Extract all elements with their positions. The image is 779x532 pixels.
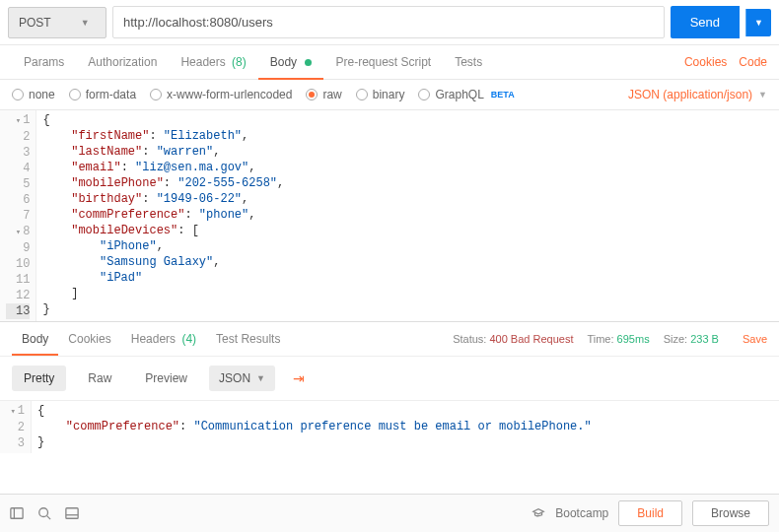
resp-tab-body[interactable]: Body bbox=[12, 322, 58, 356]
resp-tab-cookies[interactable]: Cookies bbox=[58, 322, 120, 356]
http-method-select[interactable]: POST ▼ bbox=[8, 7, 106, 38]
body-type-raw[interactable]: raw bbox=[306, 88, 341, 101]
send-dropdown-button[interactable]: ▼ bbox=[745, 9, 771, 36]
search-icon[interactable] bbox=[37, 506, 51, 520]
resp-tab-test-results[interactable]: Test Results bbox=[206, 322, 290, 356]
wrap-lines-icon[interactable]: ⇥ bbox=[285, 365, 313, 392]
view-preview[interactable]: Preview bbox=[133, 366, 199, 391]
time-value: 695ms bbox=[617, 333, 650, 345]
footer-bar: Bootcamp Build Browse bbox=[0, 494, 779, 532]
size-value: 233 B bbox=[690, 333, 719, 345]
chevron-down-icon: ▼ bbox=[256, 373, 265, 383]
line-gutter: ▾1234567▾8910111213 bbox=[0, 110, 36, 321]
response-format-select[interactable]: JSON ▼ bbox=[209, 366, 275, 391]
request-tabs: Params Authorization Headers (8) Body Pr… bbox=[0, 45, 779, 80]
body-type-form-data[interactable]: form-data bbox=[69, 88, 136, 101]
svg-rect-0 bbox=[11, 508, 23, 519]
code-link[interactable]: Code bbox=[739, 55, 767, 69]
code-content: { "commPreference": "Communication prefe… bbox=[32, 401, 598, 453]
svg-rect-4 bbox=[66, 508, 78, 519]
chevron-down-icon: ▼ bbox=[81, 18, 90, 28]
panel-left-icon[interactable] bbox=[10, 506, 24, 520]
bootcamp-label[interactable]: Bootcamp bbox=[555, 506, 608, 520]
chevron-down-icon: ▼ bbox=[758, 90, 767, 100]
http-method-value: POST bbox=[19, 16, 51, 30]
view-pretty[interactable]: Pretty bbox=[12, 366, 66, 391]
browse-button[interactable]: Browse bbox=[692, 500, 769, 526]
send-button[interactable]: Send bbox=[671, 6, 740, 38]
tab-authorization[interactable]: Authorization bbox=[76, 45, 169, 79]
console-icon[interactable] bbox=[65, 506, 79, 520]
tab-body[interactable]: Body bbox=[258, 45, 324, 79]
svg-point-2 bbox=[39, 508, 48, 517]
cookies-link[interactable]: Cookies bbox=[684, 55, 727, 69]
tab-pre-request[interactable]: Pre-request Script bbox=[323, 45, 443, 79]
response-status-bar: Status: 400 Bad Request Time: 695ms Size… bbox=[453, 333, 767, 345]
response-tabs: Body Cookies Headers (4) Test Results St… bbox=[0, 322, 779, 356]
body-type-urlencoded[interactable]: x-www-form-urlencoded bbox=[150, 88, 292, 101]
request-top-bar: POST ▼ Send ▼ bbox=[0, 0, 779, 45]
body-type-binary[interactable]: binary bbox=[356, 88, 405, 101]
modified-dot-icon bbox=[305, 59, 312, 66]
save-response-link[interactable]: Save bbox=[743, 333, 767, 345]
view-raw[interactable]: Raw bbox=[76, 366, 123, 391]
body-type-row: none form-data x-www-form-urlencoded raw… bbox=[0, 80, 779, 110]
body-type-none[interactable]: none bbox=[12, 88, 55, 101]
svg-line-3 bbox=[47, 516, 51, 520]
tab-tests[interactable]: Tests bbox=[443, 45, 494, 79]
resp-tab-headers[interactable]: Headers (4) bbox=[121, 322, 206, 356]
line-gutter: ▾123 bbox=[0, 401, 32, 453]
tab-headers[interactable]: Headers (8) bbox=[169, 45, 257, 79]
request-body-editor[interactable]: ▾1234567▾8910111213 { "firstName": "Eliz… bbox=[0, 110, 779, 322]
body-type-graphql[interactable]: GraphQLBETA bbox=[418, 88, 514, 101]
bootcamp-icon bbox=[531, 506, 545, 520]
code-content: { "firstName": "Elizabeth", "lastName": … bbox=[36, 110, 290, 321]
response-view-row: Pretty Raw Preview JSON ▼ ⇥ bbox=[0, 356, 779, 401]
build-button[interactable]: Build bbox=[618, 500, 682, 526]
tab-params[interactable]: Params bbox=[12, 45, 76, 79]
url-input[interactable] bbox=[112, 6, 665, 38]
content-type-select[interactable]: JSON (application/json) ▼ bbox=[628, 88, 767, 101]
response-body-editor[interactable]: ▾123 { "commPreference": "Communication … bbox=[0, 401, 779, 453]
status-value: 400 Bad Request bbox=[489, 333, 573, 345]
